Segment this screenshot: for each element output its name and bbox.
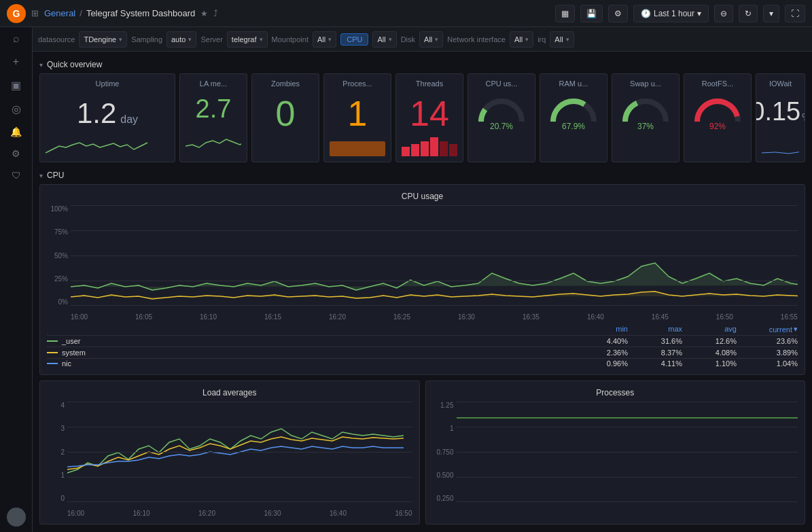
add-panel-button[interactable]: ▦: [555, 5, 575, 22]
breadcrumb-title: Telegraf System Dashboard: [86, 8, 195, 18]
ram-usage-label: RAM u...: [559, 79, 588, 88]
datasource-arrow: ▾: [119, 36, 122, 43]
network-arrow: ▾: [525, 36, 529, 43]
uptime-sparkline: [46, 132, 169, 156]
sidebar-search[interactable]: ⌕: [13, 33, 20, 45]
sidebar: ⌕ + ▣ ◎ 🔔 ⚙ 🛡: [0, 27, 33, 532]
share-icon[interactable]: ⤴: [213, 8, 218, 18]
extra-stat-row: nic 0.96% 4.11% 1.10% 1.04%: [47, 358, 798, 368]
fullscreen-icon: ⛶: [791, 9, 799, 18]
rootfs-gauge: [690, 94, 745, 125]
rootfs-label: RootFS...: [702, 79, 733, 88]
sampling-arrow: ▾: [188, 36, 192, 43]
server-value: telegraf: [232, 35, 257, 43]
y-0: 0%: [58, 298, 68, 306]
refresh-icon: ↻: [745, 9, 752, 18]
chevron-down-icon: ▾: [697, 9, 701, 18]
datasource-label: datasource: [38, 35, 75, 43]
zombies-panel: Zombies 0: [251, 73, 319, 162]
cpu-section-header[interactable]: ▾ CPU: [39, 168, 805, 184]
swap-gauge: [618, 94, 673, 125]
user-current: 23.6%: [737, 337, 798, 345]
swap-usage-panel: Swap u... 37%: [612, 73, 679, 162]
irq-value: All: [554, 35, 563, 43]
user-stat-row: _user 4.40% 31.6% 12.6% 23.6%: [47, 335, 798, 347]
sidebar-config[interactable]: ⚙: [12, 148, 20, 159]
user-min: 4.40%: [573, 337, 628, 345]
cpu-select[interactable]: All ▾: [372, 31, 396, 48]
extra-avg: 1.10%: [682, 359, 737, 368]
refresh-button[interactable]: ↻: [739, 5, 758, 22]
user-avg: 12.6%: [682, 337, 737, 345]
datasource-value: TDengine: [84, 35, 116, 43]
stats-header: min max avg current ▾: [47, 323, 798, 335]
cpu-gauge-value: 20.7%: [490, 122, 513, 131]
iowait-sparkline: [762, 136, 799, 156]
extra-min: 0.96%: [573, 359, 628, 368]
mountpoint-label: Mountpoint: [272, 35, 308, 43]
save-button[interactable]: 💾: [580, 5, 603, 22]
disk-label: Disk: [401, 35, 415, 43]
breadcrumb-general[interactable]: General: [44, 8, 75, 18]
threads-value: 14: [410, 93, 449, 134]
cpu-arrow: ▾: [389, 36, 392, 43]
load-plot: [67, 402, 412, 502]
min-header[interactable]: min: [573, 325, 628, 334]
sidebar-avatar[interactable]: [7, 508, 26, 527]
processes-chart-panel: Processes 1.25 1 0.750 0.500 0.250: [425, 380, 806, 525]
avg-header: avg: [682, 325, 737, 334]
system-min: 2.36%: [573, 349, 628, 357]
sidebar-dashboard[interactable]: ▣: [11, 79, 21, 92]
iowait-label: IOWait: [769, 79, 792, 88]
server-arrow: ▾: [260, 36, 263, 43]
system-stat-row: system 2.36% 8.37% 4.08% 3.89%: [47, 347, 798, 358]
x-1655: 16:55: [781, 313, 798, 321]
sampling-select[interactable]: auto ▾: [166, 31, 196, 48]
ram-gauge-value: 67.9%: [562, 122, 585, 131]
system-max: 8.37%: [628, 349, 682, 357]
zoom-out-icon: ⊖: [720, 9, 727, 18]
sidebar-shield[interactable]: 🛡: [12, 170, 21, 181]
mountpoint-select[interactable]: All ▾: [313, 31, 336, 48]
current-header[interactable]: current ▾: [737, 325, 798, 334]
sidebar-alert[interactable]: 🔔: [10, 126, 22, 137]
quick-overview-header[interactable]: ▾ Quick overview: [39, 57, 805, 73]
network-select[interactable]: All ▾: [510, 31, 533, 48]
breadcrumb: General / Telegraf System Dashboard: [44, 8, 195, 18]
mountpoint-arrow: ▾: [328, 36, 332, 43]
processes-value: 1: [348, 93, 368, 134]
system-current: 3.89%: [737, 349, 798, 357]
cpu-chevron: ▾: [39, 172, 43, 179]
processes-chart-title: Processes: [433, 388, 798, 397]
sampling-value: auto: [171, 35, 186, 43]
sidebar-explore[interactable]: ◎: [12, 103, 21, 116]
irq-select[interactable]: All ▾: [550, 31, 573, 48]
x-1605: 16:05: [135, 313, 152, 321]
cpu-usage-chart-panel: CPU usage 100% 75% 50% 25% 0%: [39, 184, 805, 375]
save-icon: 💾: [586, 9, 597, 18]
settings-button[interactable]: ⚙: [608, 5, 628, 22]
swap-usage-label: Swap u...: [630, 79, 661, 88]
sidebar-create[interactable]: +: [13, 56, 19, 68]
app-logo: G: [7, 4, 26, 23]
system-legend-line: [47, 352, 58, 353]
system-legend-label: system: [62, 349, 86, 357]
star-icon[interactable]: ★: [200, 9, 208, 18]
x-1620: 16:20: [329, 313, 346, 321]
more-button[interactable]: ▾: [763, 5, 779, 22]
server-select[interactable]: telegraf ▾: [227, 31, 268, 48]
x-1615: 16:15: [264, 313, 281, 321]
processes-plot: [457, 402, 798, 502]
sampling-label: Sampling: [131, 35, 162, 43]
cpu-usage-label: CPU us...: [485, 79, 517, 88]
disk-select[interactable]: All ▾: [419, 31, 443, 48]
zoom-out-button[interactable]: ⊖: [714, 5, 733, 22]
rootfs-panel: RootFS... 92%: [684, 73, 752, 162]
datasource-select[interactable]: TDengine ▾: [79, 31, 127, 48]
x-1625: 16:25: [393, 313, 410, 321]
cpu-gauge: [474, 94, 529, 125]
time-range-button[interactable]: 🕐 Last 1 hour ▾: [633, 5, 709, 22]
kiosk-button[interactable]: ⛶: [785, 5, 805, 22]
top-nav: G ⊞ General / Telegraf System Dashboard …: [0, 0, 812, 27]
mountpoint-value: All: [317, 35, 325, 43]
